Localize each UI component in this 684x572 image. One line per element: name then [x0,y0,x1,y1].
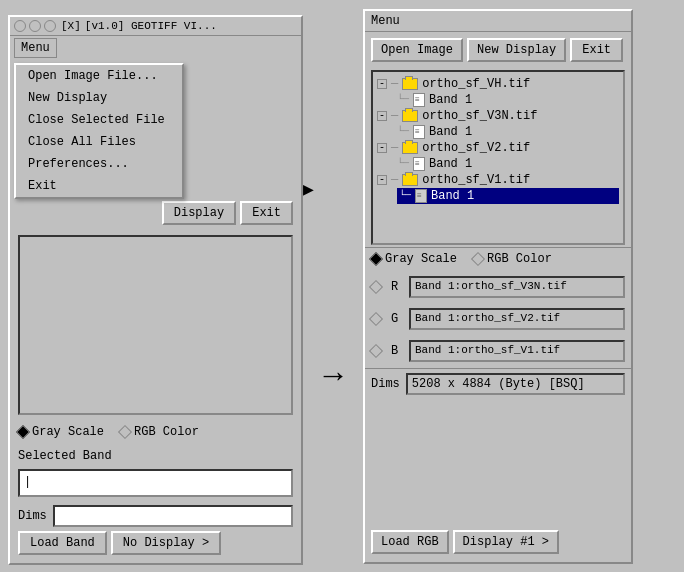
right-tree-area[interactable]: - ─ ortho_sf_VH.tif └─ Band 1 - ─ ortho_… [371,70,625,245]
menu-new-display[interactable]: New Display [16,87,182,109]
b-row: B Band 1:ortho_sf_V1.tif [365,336,631,366]
right-top-buttons: Open Image New Display Exit [365,32,631,68]
tree-connector-2: ─ [391,109,398,123]
tree-dot-line-7: └─ [399,190,411,201]
rgb-color-label: RGB Color [134,425,199,439]
b-value: Band 1:ortho_sf_V1.tif [415,344,560,356]
left-tree-area [18,235,293,415]
right-panel: Menu Open Image New Display Exit - ─ ort… [363,9,633,564]
tree-label-7: Band 1 [431,189,474,203]
title-bar: [X] [v1.0] GEOTIFF VI... [10,17,301,36]
window-title: [v1.0] GEOTIFF VI... [85,20,217,32]
main-container: [X] [v1.0] GEOTIFF VI... Menu Open Image… [0,0,684,572]
gray-scale-diamond [16,425,30,439]
rgb-color-diamond [118,425,132,439]
r-row: R Band 1:ortho_sf_V3N.tif [365,272,631,302]
tree-expand-2[interactable]: - [377,111,387,121]
tree-expand-0[interactable]: - [377,79,387,89]
gray-scale-radio[interactable]: Gray Scale [18,425,104,439]
menu-close-selected[interactable]: Close Selected File [16,109,182,131]
exit-button[interactable]: Exit [240,201,293,225]
tree-row-6[interactable]: - ─ ortho_sf_V1.tif [377,172,619,188]
tree-label-6: ortho_sf_V1.tif [422,173,530,187]
tree-row-0[interactable]: - ─ ortho_sf_VH.tif [377,76,619,92]
right-rgb-label: RGB Color [487,252,552,266]
right-menu-label: Menu [371,14,400,28]
b-input[interactable]: Band 1:ortho_sf_V1.tif [409,340,625,362]
right-bottom-buttons: Load RGB Display #1 > [371,530,625,554]
right-radio-row: Gray Scale RGB Color [365,247,631,270]
rgb-color-radio[interactable]: RGB Color [120,425,199,439]
tree-expand-6[interactable]: - [377,175,387,185]
doc-icon-7 [415,189,427,203]
main-arrow: → [323,358,342,395]
right-gray-scale-radio[interactable]: Gray Scale [371,252,457,266]
doc-icon-5 [413,157,425,171]
r-value: Band 1:ortho_sf_V3N.tif [415,280,567,292]
g-label: G [391,312,403,326]
right-dims-label: Dims [371,377,400,391]
right-rgb-radio[interactable]: RGB Color [473,252,552,266]
no-display-button[interactable]: No Display > [111,531,221,555]
tree-label-3: Band 1 [429,125,472,139]
right-gray-scale-diamond [369,251,383,265]
menu-close-all[interactable]: Close All Files [16,131,182,153]
load-band-button[interactable]: Load Band [18,531,107,555]
tree-row-5[interactable]: └─ Band 1 [397,156,619,172]
menu-arrow: ▶ [303,178,314,200]
dropdown-menu: Open Image File... New Display Close Sel… [14,63,184,199]
tree-connector-4: ─ [391,141,398,155]
r-input[interactable]: Band 1:ortho_sf_V3N.tif [409,276,625,298]
tree-connector-0: ─ [391,77,398,91]
dims-label: Dims [18,509,47,523]
menu-preferences[interactable]: Preferences... [16,153,182,175]
tree-connector-6: ─ [391,173,398,187]
left-panel: [X] [v1.0] GEOTIFF VI... Menu Open Image… [8,15,303,565]
right-new-display-btn[interactable]: New Display [467,38,566,62]
selected-band-label: Selected Band [18,449,112,463]
tree-row-1[interactable]: └─ Band 1 [397,92,619,108]
tree-label-4: ortho_sf_V2.tif [422,141,530,155]
left-menu-bar: Menu [10,36,301,60]
folder-icon-0 [402,78,418,90]
right-exit-btn[interactable]: Exit [570,38,623,62]
folder-icon-6 [402,174,418,186]
left-radio-row: Gray Scale RGB Color [10,419,301,445]
right-dims-row: Dims 5208 x 4884 (Byte) [BSQ] [365,368,631,399]
g-value: Band 1:ortho_sf_V2.tif [415,312,560,324]
load-rgb-button[interactable]: Load RGB [371,530,449,554]
tree-row-3[interactable]: └─ Band 1 [397,124,619,140]
band-input[interactable]: | [18,469,293,497]
tree-row-7[interactable]: └─ Band 1 [397,188,619,204]
tree-label-0: ortho_sf_VH.tif [422,77,530,91]
g-row: G Band 1:ortho_sf_V2.tif [365,304,631,334]
tree-expand-4[interactable]: - [377,143,387,153]
b-diamond [369,343,383,357]
arrow-area: ▶ → [303,178,363,395]
left-button-row: Display Exit [10,195,301,231]
gray-scale-label: Gray Scale [32,425,104,439]
tree-row-4[interactable]: - ─ ortho_sf_V2.tif [377,140,619,156]
selected-band-row: Selected Band [10,445,301,467]
right-rgb-diamond [471,251,485,265]
right-dims-input[interactable]: 5208 x 4884 (Byte) [BSQ] [406,373,625,395]
g-input[interactable]: Band 1:ortho_sf_V2.tif [409,308,625,330]
top-arrow-area: ▶ [313,178,353,258]
right-open-image-btn[interactable]: Open Image [371,38,463,62]
maximize-btn[interactable] [44,20,56,32]
tree-row-2[interactable]: - ─ ortho_sf_V3N.tif [377,108,619,124]
dims-input[interactable] [53,505,293,527]
r-diamond [369,279,383,293]
right-display-button[interactable]: Display #1 > [453,530,559,554]
doc-icon-3 [413,125,425,139]
close-window-btn[interactable] [14,20,26,32]
menu-button[interactable]: Menu [14,38,57,58]
left-bottom-buttons: Load Band No Display > [18,531,293,555]
close-icon: [X] [61,20,81,32]
b-label: B [391,344,403,358]
display-button[interactable]: Display [162,201,236,225]
menu-exit[interactable]: Exit [16,175,182,197]
tree-dot-line-1: └─ [397,94,409,105]
menu-open-image[interactable]: Open Image File... [16,65,182,87]
minimize-btn[interactable] [29,20,41,32]
